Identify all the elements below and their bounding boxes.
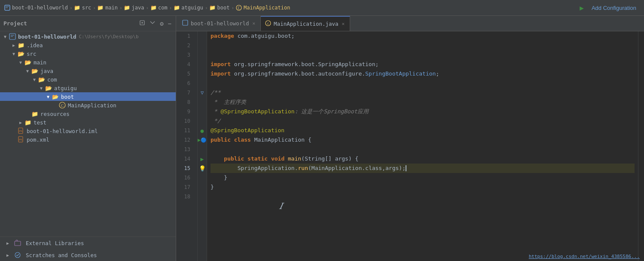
resources-folder-icon: 📁: [31, 110, 39, 117]
gutter-15: 💡: [198, 164, 207, 173]
breadcrumb-com[interactable]: com: [158, 5, 168, 11]
gutter-8: [198, 97, 207, 107]
scratches-arrow: ▶: [4, 253, 11, 258]
code-line-1: package com.atguigu.boot;: [211, 31, 635, 41]
mainapplication-label: MainApplication: [68, 102, 116, 109]
tab-main-icon: C: [265, 20, 271, 27]
tree-item-idea[interactable]: ▶ 📁 .idea: [0, 41, 176, 49]
code-line-4: import org.springframework.boot.SpringAp…: [211, 60, 635, 69]
tree-item-src[interactable]: ▼ 📂 src: [0, 49, 176, 58]
run-12-icon[interactable]: ▶: [198, 137, 201, 143]
line-num-15: 15: [176, 164, 194, 173]
java-folder-icon: 📂: [31, 67, 39, 74]
tree-item-main[interactable]: ▼ 📂 main: [0, 58, 176, 67]
run-14-icon[interactable]: ▶: [201, 156, 204, 162]
gutter-12: ▶ 🔵: [198, 135, 207, 145]
atguigu-folder-icon: 📂: [45, 85, 52, 91]
breadcrumb-class[interactable]: MainApplication: [244, 5, 290, 11]
scratches-item[interactable]: ▶ Scratches and Consoles: [0, 249, 176, 261]
breadcrumb: boot-01-helloworld › 📁 src › 📁 main › 📁 …: [4, 5, 577, 11]
idea-folder-icon: 📁: [17, 42, 25, 49]
tab-project-close[interactable]: ✕: [251, 20, 256, 27]
new-file-icon[interactable]: [138, 19, 146, 28]
settings-icon[interactable]: ⚙: [159, 19, 164, 28]
debug-12-icon[interactable]: 🔵: [201, 137, 207, 143]
breadcrumb-atguigu[interactable]: atguigu: [181, 5, 203, 11]
scratches-icon: [14, 252, 21, 258]
tab-mainapplication[interactable]: C MainApplication.java ✕: [261, 16, 350, 31]
java-folder-icon: 📁: [124, 5, 130, 11]
run-11-icon[interactable]: ●: [201, 127, 204, 134]
svg-text:C: C: [267, 22, 269, 26]
fold-7-icon[interactable]: ▽: [201, 90, 204, 96]
line-num-7: 7: [176, 88, 194, 97]
gutter-18: [198, 192, 207, 201]
cursor-I-beam: 𝐼: [279, 201, 283, 211]
com-folder-icon: 📂: [38, 76, 46, 83]
add-configuration-button[interactable]: Add Configuration: [588, 3, 640, 13]
run-button-title[interactable]: ▶: [580, 4, 584, 12]
code-line-14: public static void main(String[] args) {: [211, 154, 635, 164]
java-label: java: [40, 68, 53, 74]
atguigu-folder-icon: 📁: [174, 5, 180, 11]
test-folder-icon: 📁: [24, 119, 32, 126]
breadcrumb-project[interactable]: boot-01-helloworld: [12, 5, 68, 11]
editor-content[interactable]: 1 2 3 4 5 6 7 8 9 10 11 12 13 14 15 16 1…: [176, 31, 644, 261]
gutter-5: [198, 69, 207, 79]
svg-point-12: [15, 252, 20, 258]
gutter-17: [198, 182, 207, 192]
boot-folder-icon: 📂: [52, 93, 59, 100]
tree-item-boot[interactable]: ▼ 📂 boot: [0, 92, 176, 101]
tab-main-close[interactable]: ✕: [341, 21, 346, 27]
breadcrumb-main[interactable]: main: [105, 5, 118, 11]
line-num-13: 13: [176, 145, 194, 154]
tree-arrow-com: ▼: [31, 77, 38, 82]
tree-item-com[interactable]: ▼ 📂 com: [0, 75, 176, 84]
code-line-5: import org.springframework.boot.autoconf…: [211, 69, 635, 79]
pom-label: pom.xml: [27, 137, 49, 143]
bulb-15-icon[interactable]: 💡: [199, 165, 206, 172]
tree-item-atguigu[interactable]: ▼ 📂 atguigu: [0, 84, 176, 92]
gutter-3: [198, 50, 207, 60]
atguigu-label: atguigu: [54, 85, 77, 91]
project-panel-label: Project: [3, 20, 27, 27]
external-libraries-item[interactable]: ▶ External Libraries: [0, 237, 176, 249]
gutter-6: [198, 79, 207, 88]
boot-label: boot: [61, 94, 74, 100]
tree-arrow-test: ▶: [17, 120, 24, 125]
tree-item-java[interactable]: ▼ 📂 java: [0, 67, 176, 75]
gutter-10: [198, 116, 207, 126]
svg-text:IML: IML: [18, 130, 22, 132]
tree-item-mainapplication[interactable]: ▶ C MainApplication: [0, 101, 176, 109]
breadcrumb-boot[interactable]: boot: [217, 5, 230, 11]
tree-item-test[interactable]: ▶ 📁 test: [0, 118, 176, 127]
main-folder-icon: 📂: [24, 59, 32, 66]
code-line-6: [211, 79, 635, 88]
tree-item-root[interactable]: ▼ boot-01-helloworld C:\Users\fy\Desktop…: [0, 32, 176, 41]
gutter-14: ▶: [198, 154, 207, 164]
breadcrumb-src[interactable]: src: [82, 5, 92, 11]
tree-item-pom[interactable]: ▶ XML pom.xml: [0, 135, 176, 144]
tree-item-iml[interactable]: ▶ IML boot-01-helloworld.iml: [0, 127, 176, 135]
title-bar: boot-01-helloworld › 📁 src › 📁 main › 📁 …: [0, 0, 644, 16]
line-num-4: 4: [176, 60, 194, 69]
breadcrumb-java[interactable]: java: [132, 5, 144, 11]
gutter-1: [198, 31, 207, 41]
bottom-link[interactable]: https://blog.csdn.net/weixin_4385586...: [529, 254, 640, 259]
minimize-icon[interactable]: −: [167, 19, 172, 28]
line-num-16: 16: [176, 173, 194, 182]
root-module-icon: [9, 33, 16, 40]
tree-arrow-idea: ▶: [10, 43, 17, 48]
tree-arrow-boot: ▼: [45, 94, 52, 99]
code-body[interactable]: package com.atguigu.boot; import org.spr…: [207, 31, 638, 261]
tree-item-resources[interactable]: ▶ 📁 resources: [0, 109, 176, 118]
code-line-8: * 主程序类: [211, 97, 635, 107]
gutter-13: [198, 145, 207, 154]
line-num-2: 2: [176, 41, 194, 50]
svg-text:C: C: [238, 6, 240, 10]
tab-project[interactable]: boot-01-helloworld ✕: [178, 16, 261, 31]
code-line-16: }: [211, 173, 635, 182]
collapse-all-icon[interactable]: [149, 19, 156, 28]
external-lib-label: External Libraries: [26, 240, 84, 246]
code-line-2: [211, 41, 635, 50]
